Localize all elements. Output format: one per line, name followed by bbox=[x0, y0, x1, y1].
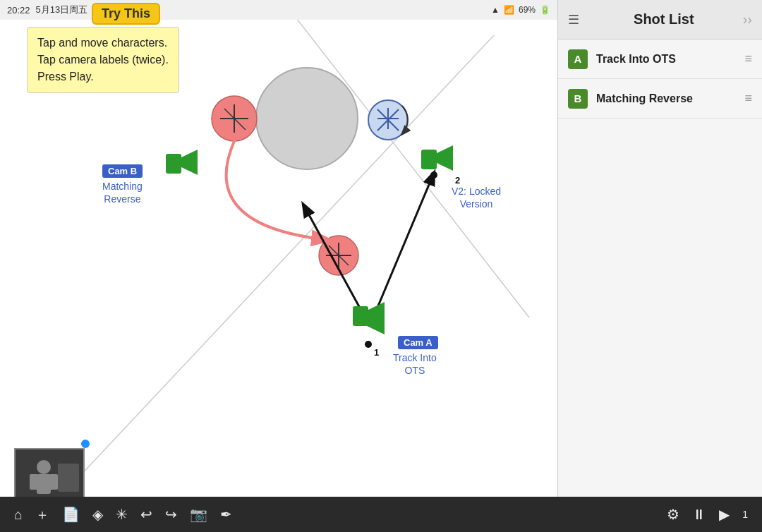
pause-icon[interactable]: ⏸ bbox=[692, 507, 706, 523]
shot-name-b: Matching Reverse bbox=[596, 92, 739, 105]
svg-point-2 bbox=[256, 68, 358, 169]
toolbar-left-group: ⌂ ＋ 📄 ◈ ✳ ↩ ↪ 📷 ✒ bbox=[14, 505, 232, 524]
cam-a-label[interactable]: Cam A bbox=[398, 336, 438, 349]
instruction-line3: Press Play. bbox=[37, 68, 169, 85]
battery-icon: 🔋 bbox=[540, 5, 550, 15]
signal-icon: 📶 bbox=[504, 5, 514, 15]
gear-icon[interactable]: ⚙ bbox=[667, 506, 679, 523]
svg-point-25 bbox=[430, 171, 437, 179]
svg-rect-24 bbox=[421, 150, 437, 169]
bottom-toolbar: ⌂ ＋ 📄 ◈ ✳ ↩ ↪ 📷 ✒ ⚙ ⏸ ▶ 1 bbox=[0, 497, 762, 532]
video-thumbnail[interactable] bbox=[14, 448, 85, 501]
shot-handle-a: ≡ bbox=[744, 52, 752, 66]
add-icon[interactable]: ＋ bbox=[35, 505, 49, 524]
svg-rect-31 bbox=[58, 464, 79, 492]
svg-rect-29 bbox=[30, 474, 38, 490]
svg-point-27 bbox=[37, 460, 51, 474]
shot-list-title: Shot List bbox=[634, 11, 694, 28]
v2-locked-label: V2: LockedVersion bbox=[452, 185, 501, 210]
page-number-display: 1 bbox=[742, 509, 748, 520]
svg-point-20 bbox=[365, 341, 372, 348]
redo-icon[interactable]: ↪ bbox=[165, 506, 177, 523]
shot-list-item-a[interactable]: A Track Into OTS ≡ bbox=[558, 40, 762, 79]
svg-line-16 bbox=[370, 173, 434, 326]
time-display: 20:22 bbox=[7, 5, 30, 16]
wifi-icon: ▲ bbox=[491, 5, 500, 15]
date-display: 5月13日周五 bbox=[36, 4, 88, 16]
instruction-line2: Tap camera labels (twice). bbox=[37, 52, 169, 68]
svg-marker-18 bbox=[367, 302, 385, 334]
svg-marker-21 bbox=[180, 150, 198, 175]
panel-menu-icon[interactable]: ☰ bbox=[568, 12, 579, 28]
play-icon[interactable]: ▶ bbox=[719, 506, 730, 523]
asterisk-icon[interactable]: ✳ bbox=[116, 506, 128, 523]
undo-icon[interactable]: ↩ bbox=[140, 506, 152, 523]
panel-forward-icon[interactable]: ›› bbox=[743, 11, 752, 28]
svg-rect-30 bbox=[49, 474, 58, 490]
thumbnail-dot bbox=[81, 440, 90, 448]
home-icon[interactable]: ⌂ bbox=[14, 507, 23, 523]
cam-b-sublabel: MatchingReverse bbox=[102, 180, 143, 205]
cam-b-label[interactable]: Cam B bbox=[102, 164, 143, 178]
shot-list-item-b[interactable]: B Matching Reverse ≡ bbox=[558, 79, 762, 119]
toolbar-right-group: ⚙ ⏸ ▶ 1 bbox=[667, 506, 748, 523]
camera-icon[interactable]: 📷 bbox=[190, 506, 207, 523]
document-icon[interactable]: 📄 bbox=[62, 506, 80, 523]
instruction-line1: Tap and move characters. bbox=[37, 35, 169, 52]
battery-display: 69% bbox=[519, 5, 536, 15]
shot-handle-b: ≡ bbox=[744, 91, 752, 106]
status-bar: 20:22 5月13日周五 ▲ 📶 69% 🔋 bbox=[0, 0, 557, 20]
shot-badge-a: A bbox=[568, 49, 588, 69]
svg-rect-19 bbox=[353, 306, 368, 326]
svg-marker-23 bbox=[435, 145, 453, 171]
shot-list-panel: ☰ Shot List ›› A Track Into OTS ≡ B Matc… bbox=[557, 0, 762, 532]
shot-name-a: Track Into OTS bbox=[596, 53, 739, 66]
cam-a-sublabel: Track IntoOTS bbox=[393, 351, 437, 377]
marker-1: 1 bbox=[374, 347, 379, 358]
instruction-box: Tap and move characters. Tap camera labe… bbox=[27, 27, 179, 93]
layers-icon[interactable]: ◈ bbox=[92, 506, 103, 523]
shot-list-header: ☰ Shot List ›› bbox=[558, 0, 762, 40]
try-this-badge: Try This bbox=[92, 3, 160, 25]
shot-badge-b: B bbox=[568, 89, 588, 109]
pen-icon[interactable]: ✒ bbox=[220, 506, 232, 523]
marker-2: 2 bbox=[455, 175, 460, 186]
svg-rect-28 bbox=[37, 474, 51, 494]
svg-rect-22 bbox=[166, 154, 181, 174]
